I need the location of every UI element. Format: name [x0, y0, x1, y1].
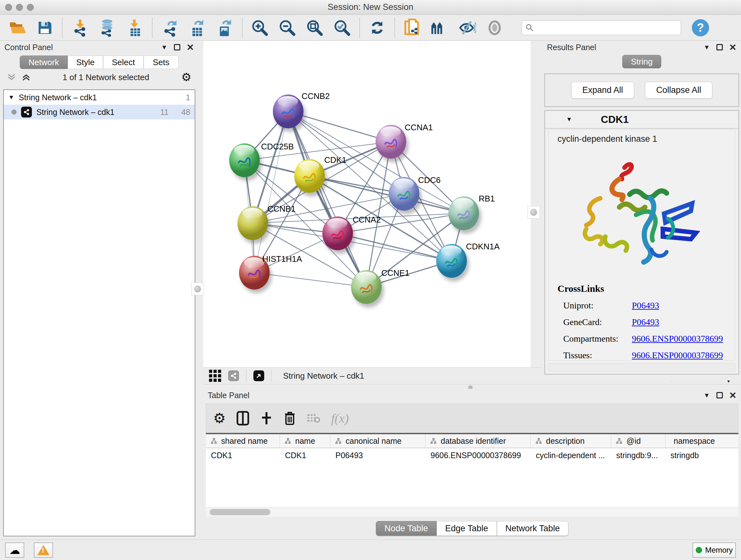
network-selection-summary: 1 of 1 Network selected: [37, 72, 176, 82]
panel-menu-icon[interactable]: ▼: [161, 44, 167, 51]
tab-network-table[interactable]: Network Table: [497, 521, 569, 536]
string-node-entry: ▼ CDK1 cyclin-dependent kinase 1: [544, 110, 739, 374]
column-header[interactable]: database identifier: [425, 434, 531, 448]
export-image-icon[interactable]: [216, 19, 233, 37]
tab-sets[interactable]: Sets: [144, 56, 179, 69]
paste-network-icon[interactable]: [403, 19, 421, 37]
float-panel-icon[interactable]: [717, 44, 723, 51]
hide-graphics-icon[interactable]: [458, 19, 476, 37]
right-splitter-handle[interactable]: [527, 206, 540, 219]
panel-menu-icon[interactable]: ▼: [704, 392, 710, 399]
memory-button[interactable]: Memory: [692, 543, 736, 558]
search-input[interactable]: [537, 23, 677, 32]
tab-edge-table[interactable]: Edge Table: [436, 521, 497, 536]
zoom-in-icon[interactable]: [251, 19, 269, 37]
network-node-ccne1[interactable]: [351, 270, 382, 304]
table-panel-title: Table Panel: [208, 391, 250, 400]
network-canvas[interactable]: CCNB2 CCNA1 CDC25B CDK1 CDC6 RB1CCNB1 CC…: [203, 41, 531, 367]
tab-string[interactable]: String: [622, 55, 661, 68]
column-header[interactable]: namespace: [665, 434, 715, 448]
table-row[interactable]: CDK1 CDK1 P06493 9606.ENSP00000378699 cy…: [206, 448, 738, 462]
network-edge[interactable]: [254, 111, 288, 273]
crosslink-uniprot[interactable]: P06493: [632, 300, 659, 311]
collapse-all-icon[interactable]: [7, 73, 16, 81]
close-panel-icon[interactable]: ✕: [729, 42, 737, 53]
network-node-label: CCNE1: [381, 268, 409, 278]
network-node-ccnb2[interactable]: [273, 95, 304, 128]
help-icon[interactable]: ?: [692, 19, 709, 37]
column-header[interactable]: name: [280, 434, 330, 448]
network-node-label: HIST1H1A: [262, 254, 302, 264]
import-database-icon[interactable]: [98, 19, 116, 37]
table-toolbar: ⚙ f(x): [206, 403, 738, 433]
expand-all-button[interactable]: Expand All: [571, 82, 634, 99]
column-header[interactable]: shared name: [206, 434, 280, 448]
scrollbar-thumb[interactable]: [210, 509, 270, 515]
network-node-cdc25b[interactable]: [229, 143, 260, 177]
status-bar: ☁ Memory: [0, 540, 741, 560]
network-node-label: CCNA1: [405, 123, 433, 132]
birdseye-icon[interactable]: [486, 19, 503, 37]
network-status-dot: [11, 110, 17, 115]
network-node-cdk1[interactable]: [294, 159, 325, 193]
tree-expander-icon[interactable]: ▼: [8, 94, 14, 101]
network-node-cdkn1a[interactable]: [436, 244, 467, 278]
network-edge[interactable]: [288, 111, 391, 142]
results-panel-title: Results Panel: [547, 43, 596, 52]
protein-thumbnail: [233, 152, 255, 172]
save-icon[interactable]: [36, 19, 54, 37]
tab-style[interactable]: Style: [68, 56, 104, 69]
refresh-icon[interactable]: [368, 19, 386, 37]
warnings-button[interactable]: [34, 543, 53, 558]
tab-network[interactable]: Network: [20, 56, 67, 69]
grid-view-icon[interactable]: [209, 370, 221, 382]
tab-node-table[interactable]: Node Table: [376, 521, 436, 536]
network-edge[interactable]: [254, 273, 366, 287]
expand-all-icon[interactable]: [22, 73, 30, 81]
network-row[interactable]: String Network – cdk1 11 48: [4, 105, 195, 119]
network-node-ccna1[interactable]: [376, 125, 406, 159]
import-network-icon[interactable]: [71, 19, 89, 37]
main-toolbar: ?: [0, 15, 741, 41]
network-node-rb1[interactable]: [448, 196, 479, 230]
left-splitter-handle[interactable]: [191, 283, 204, 295]
zoom-selected-icon[interactable]: [333, 19, 351, 37]
open-folder-icon[interactable]: [8, 19, 26, 37]
float-panel-icon[interactable]: [717, 392, 723, 398]
network-node-ccnb1[interactable]: [238, 206, 268, 240]
horizontal-scrollbar[interactable]: [206, 507, 738, 516]
crosslink-compartments[interactable]: 9606.ENSP00000378699: [632, 334, 723, 344]
column-header[interactable]: @id: [611, 434, 665, 448]
toolbar-search[interactable]: [522, 20, 681, 35]
cloud-services-button[interactable]: ☁: [5, 543, 24, 558]
add-column-icon[interactable]: [260, 411, 273, 426]
network-collection-row[interactable]: ▼ String Network – cdk1 1: [4, 90, 195, 105]
panel-menu-icon[interactable]: ▼: [704, 44, 710, 51]
import-table-icon[interactable]: [126, 19, 144, 37]
network-node-cdc6[interactable]: [389, 177, 419, 211]
table-settings-gear-icon[interactable]: ⚙: [213, 411, 226, 425]
crosslink-genecard[interactable]: P06493: [632, 317, 659, 327]
crosslink-tissues[interactable]: 9606.ENSP00000378699: [632, 350, 723, 361]
detach-view-icon[interactable]: [253, 370, 264, 381]
export-network-icon[interactable]: [161, 19, 179, 37]
network-node-ccna2[interactable]: [322, 216, 353, 250]
delete-column-trash-icon[interactable]: [284, 411, 296, 426]
close-panel-icon[interactable]: ✕: [729, 390, 737, 401]
export-table-icon[interactable]: [188, 19, 206, 37]
string-homes-icon[interactable]: [431, 19, 449, 37]
close-panel-icon[interactable]: ✕: [187, 42, 194, 53]
show-columns-icon[interactable]: [237, 411, 249, 426]
network-overview-share-icon[interactable]: [228, 370, 239, 381]
entry-collapse-icon[interactable]: ▼: [566, 116, 572, 123]
zoom-fit-icon[interactable]: [306, 19, 324, 37]
column-header[interactable]: canonical name: [330, 434, 425, 448]
collapse-all-button[interactable]: Collapse All: [645, 82, 712, 99]
network-node-label: CDKN1A: [466, 242, 499, 252]
window-title: Session: New Session: [0, 2, 741, 12]
gear-icon[interactable]: ⚙: [181, 71, 192, 83]
float-panel-icon[interactable]: [174, 44, 180, 51]
tab-select[interactable]: Select: [103, 56, 143, 69]
zoom-out-icon[interactable]: [278, 19, 296, 37]
column-header[interactable]: description: [531, 434, 611, 448]
